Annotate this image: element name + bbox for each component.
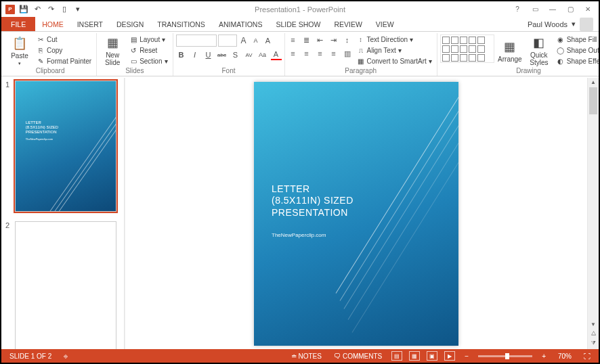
thumbnail-preview: LETTER (8.5X11IN) SIZED PRESENTATION The… <box>15 81 116 212</box>
start-from-beginning-icon[interactable]: ▯ <box>60 5 69 14</box>
slide-title-l2: (8.5X11IN) SIZED <box>272 195 353 207</box>
avatar <box>580 18 593 31</box>
save-icon[interactable]: 💾 <box>19 5 28 14</box>
strikethrough-button[interactable]: abc <box>217 49 228 60</box>
grow-font-button[interactable]: A <box>238 35 249 46</box>
zoom-in-button[interactable]: + <box>539 352 549 360</box>
slide-counter[interactable]: SLIDE 1 OF 2 <box>7 352 54 360</box>
format-painter-button[interactable]: ✎Format Painter <box>35 56 93 66</box>
new-slide-button[interactable]: ▦ New Slide <box>100 35 125 67</box>
shape-icon <box>451 45 458 53</box>
columns-button[interactable]: ▥ <box>342 48 353 59</box>
bold-button[interactable]: B <box>176 49 187 60</box>
normal-view-button[interactable]: ▤ <box>391 351 402 361</box>
spacing-button[interactable]: AV <box>244 49 255 60</box>
reading-view-button[interactable]: ▣ <box>427 351 437 361</box>
next-slide-icon[interactable]: ⧩ <box>588 340 599 346</box>
shrink-font-button[interactable]: A <box>251 35 261 46</box>
numbering-button[interactable]: ≣ <box>301 35 312 45</box>
slide-subtitle[interactable]: TheNewPaperclip.com <box>272 232 326 238</box>
vertical-scrollbar[interactable]: ▲ ▼ ⧋ ⧩ <box>587 78 599 349</box>
ribbon-options-icon[interactable]: ▭ <box>527 3 543 16</box>
help-icon[interactable]: ? <box>509 3 526 16</box>
tab-file[interactable]: FILE <box>1 17 35 31</box>
quick-styles-button[interactable]: ◧ Quick Styles <box>526 35 553 67</box>
tab-insert[interactable]: INSERT <box>70 17 110 31</box>
tab-view[interactable]: VIEW <box>369 17 401 31</box>
zoom-out-button[interactable]: − <box>462 352 471 360</box>
quick-styles-icon: ◧ <box>533 35 544 50</box>
text-direction-button[interactable]: ↕Text Direction▾ <box>355 35 434 45</box>
justify-button[interactable]: ≡ <box>328 48 339 59</box>
tab-animations[interactable]: ANIMATIONS <box>212 17 270 31</box>
zoom-handle[interactable] <box>505 353 509 359</box>
slideshow-view-button[interactable]: ▶ <box>444 351 455 361</box>
sorter-view-button[interactable]: ▦ <box>409 351 420 361</box>
slide-title[interactable]: LETTER (8.5X11IN) SIZED PRESENTATION <box>272 183 353 219</box>
scroll-up-icon[interactable]: ▲ <box>588 79 599 85</box>
text-direction-icon: ↕ <box>357 36 365 44</box>
spellcheck-icon[interactable]: ⎆ <box>61 352 70 360</box>
thumbnail-preview <box>15 221 116 349</box>
align-center-button[interactable]: ≡ <box>301 48 312 59</box>
layout-button[interactable]: ▤Layout▾ <box>127 35 169 45</box>
clear-format-button[interactable]: A <box>263 35 274 46</box>
tab-review[interactable]: REVIEW <box>327 17 368 31</box>
paste-icon: 📋 <box>12 36 27 51</box>
align-right-button[interactable]: ≡ <box>315 48 326 59</box>
reset-button[interactable]: ↺Reset <box>127 45 169 55</box>
shape-outline-button[interactable]: ◯Shape Outline▾ <box>555 45 600 55</box>
shape-gallery[interactable] <box>440 35 494 63</box>
slide-editor[interactable]: LETTER (8.5X11IN) SIZED PRESENTATION The… <box>125 78 587 349</box>
underline-button[interactable]: U <box>203 49 214 60</box>
tab-home[interactable]: HOME <box>35 17 70 31</box>
fit-to-window-button[interactable]: ⛶ <box>581 352 593 360</box>
new-slide-label: New Slide <box>105 51 120 66</box>
thumbnail-slide-1[interactable]: 1 LETTER (8.5X11IN) SIZED PRESENTATION T… <box>5 81 120 212</box>
thumb-sub: TheNewPaperclip.com <box>26 137 116 141</box>
change-case-button[interactable]: Aa <box>257 49 268 60</box>
scrollbar-thumb[interactable] <box>589 87 597 114</box>
font-family-select[interactable] <box>176 35 217 47</box>
minimize-icon[interactable]: — <box>544 3 561 16</box>
font-size-select[interactable] <box>218 35 237 47</box>
maximize-icon[interactable]: ▢ <box>562 3 578 16</box>
smartart-button[interactable]: ▦Convert to SmartArt▾ <box>355 56 434 66</box>
tab-transitions[interactable]: TRANSITIONS <box>150 17 212 31</box>
bullets-button[interactable]: ≡ <box>288 35 299 45</box>
close-icon[interactable]: ✕ <box>580 3 596 16</box>
qat-more-icon[interactable]: ▾ <box>73 5 83 14</box>
section-button[interactable]: ▭Section▾ <box>127 56 169 66</box>
paste-button[interactable]: 📋 Paste ▾ <box>7 35 33 67</box>
increase-indent-button[interactable]: ⇥ <box>328 35 339 45</box>
line-spacing-button[interactable]: ↕ <box>342 35 353 45</box>
reset-label: Reset <box>140 47 157 54</box>
notes-button[interactable]: ≐ NOTES <box>288 352 324 360</box>
section-label: Section <box>140 58 162 65</box>
align-left-button[interactable]: ≡ <box>288 48 299 59</box>
shape-effects-button[interactable]: ◐Shape Effects▾ <box>555 56 600 66</box>
scroll-down-icon[interactable]: ▼ <box>588 321 599 327</box>
thumbnail-slide-2[interactable]: 2 <box>5 221 120 349</box>
user-area[interactable]: Paul Woods ▾ <box>528 17 599 31</box>
italic-button[interactable]: I <box>190 49 200 60</box>
copy-button[interactable]: ⎘Copy <box>35 45 93 55</box>
tab-design[interactable]: DESIGN <box>110 17 150 31</box>
cut-button[interactable]: ✂Cut <box>35 35 93 45</box>
arrange-button[interactable]: ▦ Arrange <box>496 35 523 67</box>
zoom-level[interactable]: 70% <box>555 352 574 360</box>
align-text-button[interactable]: ⎍Align Text▾ <box>355 45 434 55</box>
redo-icon[interactable]: ↷ <box>46 5 56 14</box>
tab-slideshow[interactable]: SLIDE SHOW <box>269 17 327 31</box>
undo-icon[interactable]: ↶ <box>33 5 42 14</box>
zoom-slider[interactable] <box>478 355 532 357</box>
thumbnail-number: 1 <box>5 81 12 212</box>
shadow-button[interactable]: S <box>230 49 241 60</box>
slide-canvas[interactable]: LETTER (8.5X11IN) SIZED PRESENTATION The… <box>254 82 458 346</box>
shape-fill-button[interactable]: ◉Shape Fill▾ <box>555 35 600 45</box>
font-color-button[interactable]: A <box>271 49 282 60</box>
prev-slide-icon[interactable]: ⧋ <box>588 330 599 337</box>
comments-button[interactable]: 🗨 COMMENTS <box>331 352 385 360</box>
chevron-down-icon: ▾ <box>410 36 413 43</box>
decrease-indent-button[interactable]: ⇤ <box>315 35 326 45</box>
